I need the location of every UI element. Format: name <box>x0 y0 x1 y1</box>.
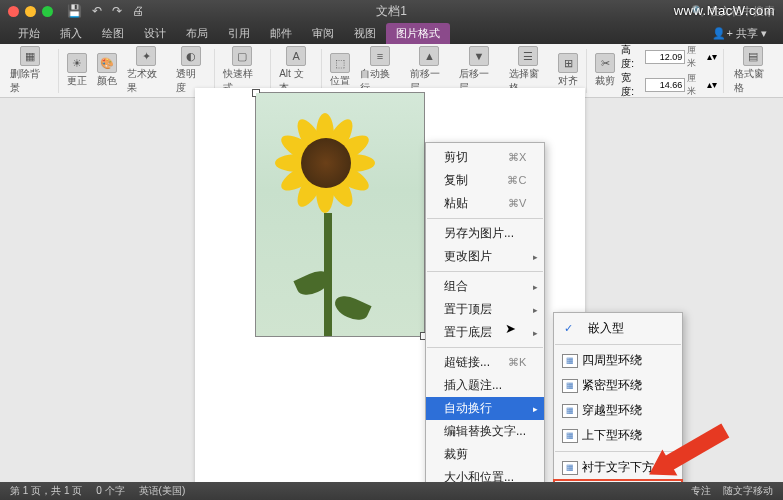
word-count[interactable]: 0 个字 <box>96 484 124 498</box>
ctx-item-0[interactable]: 剪切⌘X <box>426 146 544 169</box>
ribbon-tabs: 开始 插入 绘图 设计 布局 引用 邮件 审阅 视图 图片格式 👤+ 共享 ▾ <box>0 22 783 44</box>
tab-references[interactable]: 引用 <box>218 23 260 44</box>
titlebar: 💾 ↶ ↷ 🖨 文档1 🔍 在文档中搜索 www.MacW.com <box>0 0 783 22</box>
ctx-item-9[interactable]: 置于底层 <box>426 321 544 344</box>
ctx-item-15[interactable]: 裁剪 <box>426 443 544 466</box>
wrap-icon: ▦ <box>562 379 578 393</box>
ctx-item-1[interactable]: 复制⌘C <box>426 169 544 192</box>
tab-layout[interactable]: 布局 <box>176 23 218 44</box>
tab-mailings[interactable]: 邮件 <box>260 23 302 44</box>
align-button[interactable]: ⊞对齐 <box>554 51 582 90</box>
quick-access-toolbar: 💾 ↶ ↷ 🖨 <box>67 4 144 18</box>
artistic-effects-button[interactable]: ✦艺术效果 <box>123 44 171 97</box>
context-menu: 剪切⌘X复制⌘C粘贴⌘V另存为图片...更改图片组合置于顶层置于底层超链接...… <box>425 142 545 500</box>
zoom-window-button[interactable] <box>42 6 53 17</box>
sunflower-image <box>256 93 424 336</box>
wrap-option-3[interactable]: ▦紧密型环绕 <box>554 373 682 398</box>
page-indicator[interactable]: 第 1 页，共 1 页 <box>10 484 82 498</box>
undo-icon[interactable]: ↶ <box>92 4 102 18</box>
share-button[interactable]: 👤+ 共享 ▾ <box>704 23 775 44</box>
position-button[interactable]: ⬚位置 <box>326 51 354 90</box>
minimize-window-button[interactable] <box>25 6 36 17</box>
window-controls <box>8 6 53 17</box>
wrap-icon: ▦ <box>562 461 578 475</box>
ctx-item-13[interactable]: 自动换行 <box>426 397 544 420</box>
format-pane-button[interactable]: ▤格式窗格 <box>730 44 777 97</box>
watermark: www.MacW.com <box>674 3 775 18</box>
ctx-item-7[interactable]: 组合 <box>426 275 544 298</box>
wrap-icon: ▦ <box>562 354 578 368</box>
ctx-item-4[interactable]: 另存为图片... <box>426 222 544 245</box>
corrections-button[interactable]: ☀更正 <box>63 51 91 90</box>
status-bar: 第 1 页，共 1 页 0 个字 英语(美国) 专注 随文字移动 <box>0 482 783 500</box>
tab-picture-format[interactable]: 图片格式 <box>386 23 450 44</box>
ctx-item-11[interactable]: 超链接...⌘K <box>426 351 544 374</box>
remove-background-button[interactable]: ▦删除背景 <box>6 44 54 97</box>
selected-picture[interactable] <box>255 92 425 337</box>
save-icon[interactable]: 💾 <box>67 4 82 18</box>
document-title: 文档1 <box>376 3 407 20</box>
wrap-option-4[interactable]: ▦穿越型环绕 <box>554 398 682 423</box>
ctx-item-2[interactable]: 粘贴⌘V <box>426 192 544 215</box>
tab-review[interactable]: 审阅 <box>302 23 344 44</box>
wrap-option-0[interactable]: ✓嵌入型 <box>554 316 682 341</box>
tab-view[interactable]: 视图 <box>344 23 386 44</box>
tab-draw[interactable]: 绘图 <box>92 23 134 44</box>
language-indicator[interactable]: 英语(美国) <box>139 484 186 498</box>
wrap-icon: ▦ <box>562 429 578 443</box>
wrap-icon: ▦ <box>562 404 578 418</box>
ctx-item-12[interactable]: 插入题注... <box>426 374 544 397</box>
height-label: 高度: <box>621 43 643 71</box>
track-mode[interactable]: 随文字移动 <box>723 484 773 498</box>
wrap-option-5[interactable]: ▦上下型环绕 <box>554 423 682 448</box>
width-label: 宽度: <box>621 71 643 99</box>
crop-button[interactable]: ✂裁剪 <box>591 51 619 90</box>
redo-icon[interactable]: ↷ <box>112 4 122 18</box>
tab-home[interactable]: 开始 <box>8 23 50 44</box>
width-input[interactable] <box>645 78 685 92</box>
color-button[interactable]: 🎨颜色 <box>93 51 121 90</box>
ctx-item-8[interactable]: 置于顶层 <box>426 298 544 321</box>
tab-design[interactable]: 设计 <box>134 23 176 44</box>
height-input[interactable] <box>645 50 685 64</box>
wrap-option-2[interactable]: ▦四周型环绕 <box>554 348 682 373</box>
focus-mode[interactable]: 专注 <box>691 484 711 498</box>
ctx-item-5[interactable]: 更改图片 <box>426 245 544 268</box>
ctx-item-14[interactable]: 编辑替换文字... <box>426 420 544 443</box>
close-window-button[interactable] <box>8 6 19 17</box>
tab-insert[interactable]: 插入 <box>50 23 92 44</box>
print-icon[interactable]: 🖨 <box>132 4 144 18</box>
